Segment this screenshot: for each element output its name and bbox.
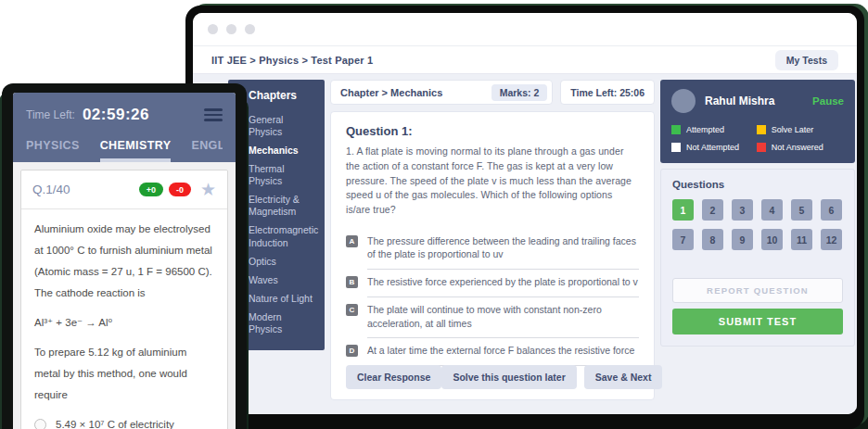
not-attempted-swatch-icon <box>671 143 681 152</box>
question-footer: Clear Response Solve this question later… <box>346 365 639 389</box>
option-c-badge: C <box>346 304 358 316</box>
test-page: Chapters General Physics Mechanics Therm… <box>193 74 857 414</box>
pause-button[interactable]: Pause <box>812 95 844 107</box>
palette-question-12[interactable]: 12 <box>821 229 842 250</box>
questions-palette-card: Questions 1 2 3 4 5 6 7 8 9 10 11 <box>660 169 855 347</box>
palette-question-3[interactable]: 3 <box>732 199 753 221</box>
subject-tabs: PHYSICS CHEMISTRY ENGLISH PROFICIENCY <box>26 139 223 162</box>
phone-time-left-label: Time Left: <box>26 108 75 121</box>
phone-option-1-text: 5.49 × 10⁷ C of electricity <box>56 414 174 429</box>
user-name: Rahul Mishra <box>705 95 803 107</box>
screenshot-stage: IIT JEE > Physics > Test Paper 1 My Test… <box>0 0 868 429</box>
palette-question-5[interactable]: 5 <box>791 199 812 221</box>
question-card: Question 1: 1. A flat plate is moving no… <box>330 111 655 400</box>
status-legend: Attempted Solve Later Not Attempted <box>671 125 844 152</box>
option-d-badge: D <box>346 345 358 357</box>
palette-question-8[interactable]: 8 <box>702 229 723 250</box>
palette-question-9[interactable]: 9 <box>732 229 753 250</box>
legend-attempted-label: Attempted <box>686 125 724 134</box>
chapter-header-box: Chapter > Mechanics Marks: 2 <box>330 80 553 105</box>
phone-mockup: Time Left: 02:59:26 PHYSICS CHEMISTRY EN… <box>2 83 247 429</box>
option-c-text: The plate will continue to move with con… <box>367 303 639 330</box>
question-panel-header: Chapter > Mechanics Marks: 2 Time Left: … <box>330 80 655 105</box>
browser-content: IIT JEE > Physics > Test Paper 1 My Test… <box>193 13 857 414</box>
my-tests-button[interactable]: My Tests <box>775 50 838 70</box>
question-text: 1. A flat plate is moving normal to its … <box>346 145 639 218</box>
window-chrome-bar <box>193 13 857 46</box>
palette-question-2[interactable]: 2 <box>702 199 723 221</box>
browser-window: IIT JEE > Physics > Test Paper 1 My Test… <box>185 6 864 429</box>
phone-screen: Time Left: 02:59:26 PHYSICS CHEMISTRY EN… <box>13 93 236 429</box>
phone-timer: 02:59:26 <box>83 106 149 124</box>
question-counter: Q.1/40 <box>32 183 134 196</box>
option-d-text: At a later time the external force F bal… <box>367 344 634 358</box>
solve-later-button[interactable]: Solve this question later <box>441 365 576 389</box>
phone-option-1[interactable]: 5.49 × 10⁷ C of electricity <box>34 414 214 429</box>
positive-marks-badge: +0 <box>139 183 163 196</box>
hamburger-menu-icon[interactable] <box>204 108 223 121</box>
question-palette: 1 2 3 4 5 6 7 8 9 10 11 12 <box>672 199 843 250</box>
palette-question-10[interactable]: 10 <box>761 229 783 250</box>
submit-test-button[interactable]: SUBMIT TEST <box>672 309 843 334</box>
right-panel: Rahul Mishra Pause Attempted Solve Later <box>660 80 855 347</box>
legend-solve-later: Solve Later <box>757 125 844 134</box>
legend-not-attempted: Not Attempted <box>671 143 751 152</box>
phone-question-body: Aluminium oxide may be electrolysed at 1… <box>21 209 227 429</box>
palette-question-11[interactable]: 11 <box>791 229 812 250</box>
solve-later-swatch-icon <box>757 125 766 134</box>
tab-chemistry[interactable]: CHEMISTRY <box>100 139 172 162</box>
window-dot-icon <box>208 24 218 34</box>
option-a[interactable]: A The pressure difference between the le… <box>346 229 639 261</box>
save-next-button[interactable]: Save & Next <box>584 365 663 389</box>
option-a-text: The pressure difference between the lead… <box>367 234 639 261</box>
palette-question-7[interactable]: 7 <box>672 229 694 250</box>
window-dot-icon <box>245 24 255 34</box>
report-question-button[interactable]: REPORT QUESTION <box>672 278 843 303</box>
phone-question-card: Q.1/40 +0 -0 ★ Aluminium oxide may be el… <box>20 170 228 429</box>
breadcrumb[interactable]: IIT JEE > Physics > Test Paper 1 <box>211 55 373 66</box>
phone-question-text-2: To prepare 5.12 kg of aluminium metal by… <box>34 342 214 406</box>
time-left-badge: Time Left: 25:06 <box>560 80 655 105</box>
question-title: Question 1: <box>346 124 639 138</box>
legend-not-attempted-label: Not Attempted <box>686 143 739 152</box>
option-d[interactable]: D At a later time the external force F b… <box>346 338 639 358</box>
legend-not-answered: Not Answered <box>757 143 844 152</box>
legend-not-answered-label: Not Answered <box>772 143 823 152</box>
cathode-reaction-formula: Al³⁺ + 3e⁻ → Al⁰ <box>34 312 214 334</box>
tab-physics[interactable]: PHYSICS <box>26 139 80 162</box>
options-list: A The pressure difference between the le… <box>346 229 639 366</box>
tab-english-proficiency[interactable]: ENGLISH PROFICIENCY <box>191 139 223 162</box>
app-toolbar: IIT JEE > Physics > Test Paper 1 My Test… <box>193 46 857 74</box>
chapter-header-label: Chapter > Mechanics <box>340 87 442 98</box>
legend-attempted: Attempted <box>671 125 751 134</box>
phone-question-card-header: Q.1/40 +0 -0 ★ <box>21 170 227 209</box>
phone-header: Time Left: 02:59:26 PHYSICS CHEMISTRY EN… <box>13 93 236 162</box>
question-panel: Chapter > Mechanics Marks: 2 Time Left: … <box>330 80 655 400</box>
phone-question-text-1: Aluminium oxide may be electrolysed at 1… <box>34 219 214 304</box>
window-dot-icon <box>226 24 236 34</box>
radio-icon[interactable] <box>34 419 46 429</box>
option-b[interactable]: B The resistive force experienced by the… <box>346 270 639 289</box>
palette-question-6[interactable]: 6 <box>821 199 842 221</box>
palette-question-4[interactable]: 4 <box>761 199 783 221</box>
palette-question-1[interactable]: 1 <box>672 199 694 221</box>
negative-marks-badge: -0 <box>169 183 191 196</box>
option-a-badge: A <box>346 235 358 247</box>
phone-body: Q.1/40 +0 -0 ★ Aluminium oxide may be el… <box>13 162 236 429</box>
option-b-text: The resistive force experienced by the p… <box>367 275 638 289</box>
attempted-swatch-icon <box>671 125 681 134</box>
option-c[interactable]: C The plate will continue to move with c… <box>346 297 639 330</box>
option-b-badge: B <box>346 276 358 288</box>
user-card: Rahul Mishra Pause Attempted Solve Later <box>660 80 855 163</box>
marks-badge: Marks: 2 <box>491 84 548 101</box>
not-answered-swatch-icon <box>757 143 766 152</box>
bookmark-star-icon[interactable]: ★ <box>200 181 216 198</box>
clear-response-button[interactable]: Clear Response <box>346 365 441 389</box>
questions-title: Questions <box>672 179 843 190</box>
legend-solve-later-label: Solve Later <box>772 125 814 134</box>
avatar <box>671 89 696 113</box>
